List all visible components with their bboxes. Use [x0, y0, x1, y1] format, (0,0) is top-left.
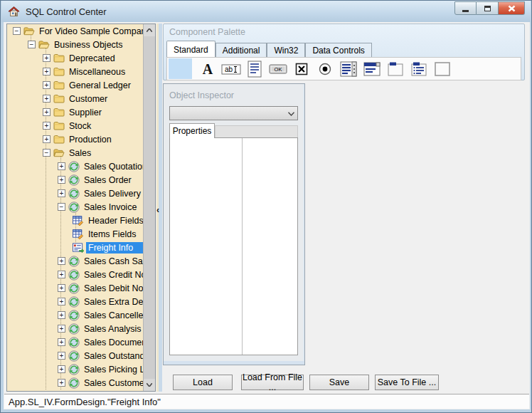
- collapse-minus-icon[interactable]: −: [43, 149, 50, 157]
- tab-standard[interactable]: Standard: [166, 41, 216, 57]
- tab-data-controls[interactable]: Data Controls: [305, 43, 371, 57]
- tree-item-freight-info[interactable]: Freight Info: [7, 241, 143, 254]
- properties-grid[interactable]: [169, 137, 298, 355]
- tree-item-sales-document-lis[interactable]: +Sales Document Lis: [7, 335, 143, 349]
- expand-plus-icon[interactable]: +: [58, 284, 65, 292]
- splitter[interactable]: ‹: [156, 23, 162, 392]
- tree-item-business-objects[interactable]: −Business Objects: [7, 38, 143, 51]
- tree-item-sales-picking-list[interactable]: +Sales Picking List: [7, 362, 143, 376]
- expand-plus-icon[interactable]: +: [58, 325, 65, 333]
- minimize-button[interactable]: [454, 1, 477, 15]
- tree-item-label: Sales Extra Delivery: [82, 296, 143, 308]
- tree-item-label: For Video Sample Company Sdr: [37, 26, 143, 37]
- tab-additional[interactable]: Additional: [216, 43, 267, 57]
- scroll-down-button[interactable]: [144, 379, 155, 391]
- restore-button[interactable]: [477, 1, 499, 15]
- expand-plus-icon[interactable]: +: [58, 271, 65, 278]
- tree-item-supplier[interactable]: +Supplier: [7, 105, 143, 119]
- folder-icon: [53, 80, 65, 91]
- tree-item-sales[interactable]: −Sales: [7, 146, 143, 160]
- expand-plus-icon[interactable]: +: [43, 108, 50, 116]
- tree-item-label: Supplier: [67, 107, 104, 118]
- tree-item-sales-extra-delivery[interactable]: +Sales Extra Delivery: [7, 295, 143, 308]
- tree-item-sales-analysis-by-d[interactable]: +Sales Analysis By D: [7, 322, 143, 335]
- expand-plus-icon[interactable]: +: [43, 54, 50, 62]
- tree-item-general-ledger[interactable]: +General Ledger: [7, 78, 143, 92]
- palette-tool-radio-button-icon[interactable]: [315, 59, 335, 79]
- titlebar[interactable]: SQL Control Center: [1, 1, 531, 22]
- load-button[interactable]: Load: [173, 375, 233, 390]
- palette-tool-combo-box-icon[interactable]: [362, 59, 382, 79]
- expand-plus-icon[interactable]: +: [58, 176, 65, 184]
- tree-item-sales[interactable]: +Sales: [7, 390, 143, 391]
- palette-tool-memo-icon[interactable]: [245, 59, 265, 79]
- palette-tool-panel-icon[interactable]: [432, 59, 452, 79]
- tree-item-customer[interactable]: +Customer: [7, 92, 143, 105]
- palette-tool-button-icon[interactable]: OK: [268, 59, 288, 79]
- tree-item-sales-debit-note[interactable]: +Sales Debit Note: [7, 281, 143, 295]
- module-icon: [68, 269, 80, 281]
- palette-tool-label-icon[interactable]: A: [198, 59, 218, 79]
- expand-plus-icon[interactable]: +: [58, 298, 65, 305]
- tree-item-label: Header Fields: [86, 215, 143, 226]
- collapse-minus-icon[interactable]: −: [13, 27, 21, 35]
- tree-item-label: Sales Quotation: [82, 161, 143, 172]
- collapse-left-icon[interactable]: ‹: [156, 205, 159, 215]
- expand-plus-icon[interactable]: +: [58, 257, 65, 265]
- tree-item-sales-customer-pric[interactable]: +Sales Customer Pric: [7, 376, 143, 390]
- palette-tool-checkbox-icon[interactable]: [292, 59, 312, 79]
- palette-tool-radio-group-icon[interactable]: [409, 59, 429, 79]
- expand-plus-icon[interactable]: +: [43, 81, 50, 89]
- expand-plus-icon[interactable]: +: [58, 162, 65, 170]
- tree-item-header-fields[interactable]: Header Fields: [7, 214, 143, 227]
- expand-plus-icon[interactable]: +: [43, 122, 50, 130]
- tree-item-for-video-sample-company-sdr[interactable]: −For Video Sample Company Sdr: [7, 24, 143, 38]
- tree-item-sales-cancelled-no[interactable]: +Sales Cancelled No: [7, 308, 143, 322]
- expand-plus-icon[interactable]: +: [58, 365, 65, 373]
- fields-icon: [73, 229, 84, 240]
- expand-plus-icon[interactable]: +: [43, 95, 50, 103]
- expand-plus-icon[interactable]: +: [58, 189, 65, 197]
- tab-win32[interactable]: Win32: [267, 43, 305, 57]
- app-window: SQL Control Center −For Video Sample Com…: [0, 0, 532, 413]
- tree-item-sales-invoice[interactable]: −Sales Invoice: [7, 200, 143, 214]
- tree-item-miscellaneous[interactable]: +Miscellaneous: [7, 65, 143, 78]
- tree-item-sales-outstanding-d[interactable]: +Sales Outstanding D: [7, 349, 143, 362]
- expand-plus-icon[interactable]: +: [58, 338, 65, 346]
- save-button[interactable]: Save: [309, 375, 369, 390]
- tree-item-production[interactable]: +Production: [7, 132, 143, 146]
- tree-item-deprecated[interactable]: +Deprecated: [7, 51, 143, 65]
- grid-column-divider[interactable]: [242, 138, 243, 355]
- close-button[interactable]: [499, 1, 525, 15]
- expand-plus-icon[interactable]: +: [58, 379, 65, 387]
- tree-item-sales-delivery-orde[interactable]: +Sales Delivery Orde: [7, 187, 143, 200]
- tab-properties[interactable]: Properties: [169, 123, 215, 138]
- folder-icon: [53, 66, 65, 78]
- collapse-minus-icon[interactable]: −: [28, 41, 36, 48]
- tree-item-sales-order[interactable]: +Sales Order: [7, 173, 143, 187]
- tree-item-label: Sales Debit Note: [82, 283, 143, 294]
- scroll-up-button[interactable]: [144, 24, 155, 36]
- palette-tool-edit-icon[interactable]: ab: [221, 59, 241, 79]
- palette-tool-pointer[interactable]: [169, 58, 192, 79]
- tree-item-label: Production: [67, 134, 114, 145]
- load-from-file-button[interactable]: Load From File ...: [241, 375, 304, 390]
- tree-item-sales-cash-sales[interactable]: +Sales Cash Sales: [7, 254, 143, 268]
- tree-item-sales-credit-note[interactable]: +Sales Credit Note: [7, 268, 143, 281]
- collapse-minus-icon[interactable]: −: [58, 203, 65, 211]
- expand-plus-icon[interactable]: +: [43, 135, 50, 143]
- palette-tool-group-box-icon[interactable]: [385, 59, 405, 79]
- expand-plus-icon[interactable]: +: [43, 68, 50, 75]
- palette-tool-list-box-icon[interactable]: [339, 59, 358, 79]
- tree-item-stock[interactable]: +Stock: [7, 119, 143, 132]
- tree-item-items-fields[interactable]: Items Fields: [7, 227, 143, 241]
- folder-icon: [53, 93, 65, 105]
- save-to-file-button[interactable]: Save To File ...: [375, 375, 439, 390]
- object-selector-dropdown[interactable]: [169, 106, 298, 120]
- expand-plus-icon[interactable]: +: [58, 311, 65, 319]
- fields-icon: [73, 215, 84, 226]
- module-icon: [68, 350, 80, 362]
- tree-scrollbar[interactable]: [143, 24, 155, 391]
- tree-item-sales-quotation[interactable]: +Sales Quotation: [7, 160, 143, 173]
- expand-plus-icon[interactable]: +: [58, 352, 65, 360]
